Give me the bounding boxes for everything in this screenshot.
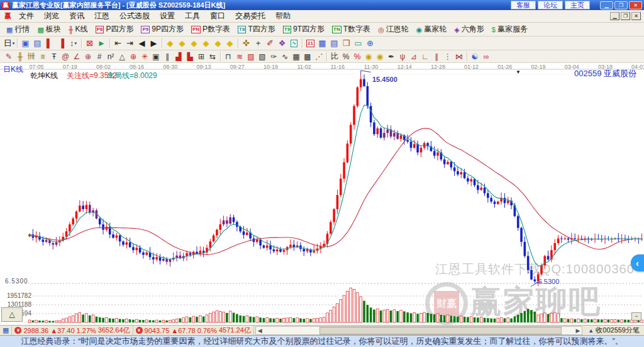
n2-tool-icon[interactable]: n²	[105, 52, 116, 62]
sz-index-segment[interactable]: ¥ 9043.75 ▲67.78 0.76% 4571.24亿	[133, 326, 254, 335]
toolbar-button-kline[interactable]: ╫K线	[65, 23, 92, 35]
menu-item-10[interactable]: 帮助	[270, 9, 296, 23]
hash-tool-icon[interactable]: #	[94, 52, 105, 62]
menu-item-9[interactable]: 交易委托	[230, 9, 270, 23]
menu-item-2[interactable]: 浏览	[39, 9, 64, 23]
hand-tool-icon[interactable]: ✜	[240, 38, 252, 49]
x-tool-icon[interactable]: ⋈	[453, 52, 465, 62]
page-next-icon[interactable]: ▶	[148, 38, 160, 49]
gann-diamond-2-icon[interactable]: ◆	[176, 38, 188, 49]
toolbar-button-p-table[interactable]: PNP数字表	[187, 23, 234, 35]
minimize-icon[interactable]: ▁	[600, 1, 613, 9]
calculator-icon[interactable]: ▦	[316, 38, 328, 49]
scale-icon[interactable]: ↕▾	[67, 38, 79, 49]
menu-item-1[interactable]: 文件	[14, 9, 39, 23]
side-panel-toggle-button[interactable]: ‹	[631, 254, 644, 271]
multi-window-icon[interactable]: ▣	[19, 38, 31, 49]
percent-tool-icon[interactable]: %	[340, 52, 352, 62]
print-icon[interactable]: ▭	[352, 38, 364, 49]
toolbar-button-winner-wheel[interactable]: ◉赢家轮	[413, 23, 451, 35]
titlebar-button-3[interactable]: 主页	[565, 1, 590, 9]
yinyang-tool-icon[interactable]: ☯	[469, 52, 480, 62]
menu-item-4[interactable]: 江恩	[89, 9, 114, 23]
compare-tool-icon[interactable]: 比	[329, 52, 340, 62]
kline-style1-icon[interactable]: ▌	[43, 38, 55, 49]
f-angle-icon[interactable]: ∟	[419, 52, 431, 62]
jump-last-icon[interactable]: ⇥	[124, 38, 136, 49]
star-tool-icon[interactable]: ✳	[139, 52, 150, 62]
tower-icon[interactable]: ▙	[184, 52, 196, 62]
rect-tool-icon[interactable]: ⊓	[223, 52, 234, 62]
shade-box1-icon[interactable]: ▨	[245, 52, 257, 62]
quote-grid-segment[interactable]: ▦	[0, 326, 12, 335]
grid3-icon[interactable]: ▩	[302, 52, 313, 62]
grid2-icon[interactable]: ▦	[291, 52, 302, 62]
toolbar-button-t-square[interactable]: T8T四方形	[234, 23, 279, 35]
fib-levels-icon[interactable]: ≡	[37, 52, 48, 62]
gann-fan-icon[interactable]: ╫	[14, 52, 26, 62]
golden-circle2-icon[interactable]: ◉	[374, 52, 386, 62]
indicator-delete-icon[interactable]: ⊠	[84, 38, 96, 49]
circle-cross-icon[interactable]: ⊕	[82, 52, 94, 62]
channel-tool-icon[interactable]: ∥	[431, 52, 442, 62]
restore-icon[interactable]: ❐	[614, 1, 628, 9]
width-tool-icon[interactable]: ⇆	[207, 52, 218, 62]
triangle-tool-icon[interactable]: △	[116, 52, 128, 62]
legend-exit-line[interactable]: 出局线=8.0029	[107, 71, 157, 81]
menu-item-7[interactable]: 工具	[180, 9, 205, 23]
toolbar-button-t-table[interactable]: TNT数字表	[328, 23, 374, 35]
pen-tool-icon[interactable]: ✎	[3, 52, 14, 62]
scroll-right-icon[interactable]: ▶	[574, 327, 582, 334]
toolbar-button-winner-service[interactable]: $赢家服务	[488, 23, 531, 35]
lines3-icon[interactable]: ⋰	[313, 52, 325, 62]
scroll-left-icon[interactable]: ◀	[256, 327, 264, 334]
angle-tool-icon[interactable]: ∠	[71, 52, 82, 62]
period-day-button[interactable]: 日▾	[3, 38, 15, 49]
scrollbar-track[interactable]	[264, 327, 574, 334]
mdi-restore-icon[interactable]: ❐	[621, 12, 630, 20]
mdi-minimize-icon[interactable]: ▁	[610, 12, 619, 20]
gann-box-tool-icon[interactable]: ❖	[276, 38, 288, 49]
pitchfork-icon[interactable]: ψ	[397, 52, 408, 62]
tab-daily-kline[interactable]: 日K线	[3, 64, 23, 75]
measure-tool-icon[interactable]: ✐	[264, 38, 276, 49]
regression-icon[interactable]: ⋮	[442, 52, 453, 62]
pencil2-icon[interactable]: ✑	[268, 52, 279, 62]
menu-item-6[interactable]: 设置	[155, 9, 180, 23]
gann-diamond-4-icon[interactable]: ◆	[200, 38, 212, 49]
close-icon[interactable]: ✕	[629, 1, 642, 9]
grid-lines-icon[interactable]: 卌	[26, 52, 37, 62]
infinity-tool-icon[interactable]: ∞	[480, 52, 492, 62]
golden-circle1-icon[interactable]: ◉	[363, 52, 374, 62]
signal-flag-icon[interactable]: ►	[96, 38, 108, 49]
menu-item-3[interactable]: 资讯	[64, 9, 89, 23]
gann-diamond-3-icon[interactable]: ◆	[188, 38, 200, 49]
mdi-close-icon[interactable]: ✕	[631, 12, 641, 20]
zigzag-icon[interactable]: ∿	[279, 52, 291, 62]
gann-diamond-1-icon[interactable]: ◆	[164, 38, 176, 49]
titlebar-button-1[interactable]: 客服	[511, 1, 536, 9]
expand-pane-button[interactable]: △	[1, 307, 23, 322]
f10-info-icon[interactable]: ▤	[31, 38, 43, 49]
gann-diamond-6-icon[interactable]: ◆	[224, 38, 236, 49]
tick-detail-button[interactable]: ▲ 收002559分笔	[584, 326, 644, 335]
k-mark-icon[interactable]: ∥	[162, 52, 173, 62]
menu-item-8[interactable]: 窗口	[205, 9, 230, 23]
toolbar-button-p-square[interactable]: P8P四方形	[92, 23, 138, 35]
export-icon[interactable]: ⊕	[364, 38, 376, 49]
tower-red-icon[interactable]: ▟	[173, 52, 184, 62]
spiral-tool-icon[interactable]: @	[60, 52, 71, 62]
jump-first-icon[interactable]: ⇤	[112, 38, 124, 49]
menu-item-5[interactable]: 公式选股	[114, 9, 155, 23]
j-angle-icon[interactable]: ⊿	[408, 52, 419, 62]
percent-lines-icon[interactable]: %	[352, 52, 363, 62]
page-prev-icon[interactable]: ◀	[136, 38, 148, 49]
box-pattern-icon[interactable]: ▣	[150, 52, 162, 62]
chart-horizontal-scrollbar[interactable]: ◀ ▶	[255, 326, 583, 335]
wave-tool-icon[interactable]: ∿	[288, 38, 300, 49]
gann-diamond-5-icon[interactable]: ◆	[212, 38, 224, 49]
toolbar-button-9p-square[interactable]: P99P四方形	[137, 23, 187, 35]
target-tool-icon[interactable]: ⊕	[128, 52, 139, 62]
titlebar-button-2[interactable]: 论坛	[538, 1, 563, 9]
sh-index-segment[interactable]: ¥ 2988.36 ▲37.40 1.27% 3652.64亿	[12, 326, 133, 335]
